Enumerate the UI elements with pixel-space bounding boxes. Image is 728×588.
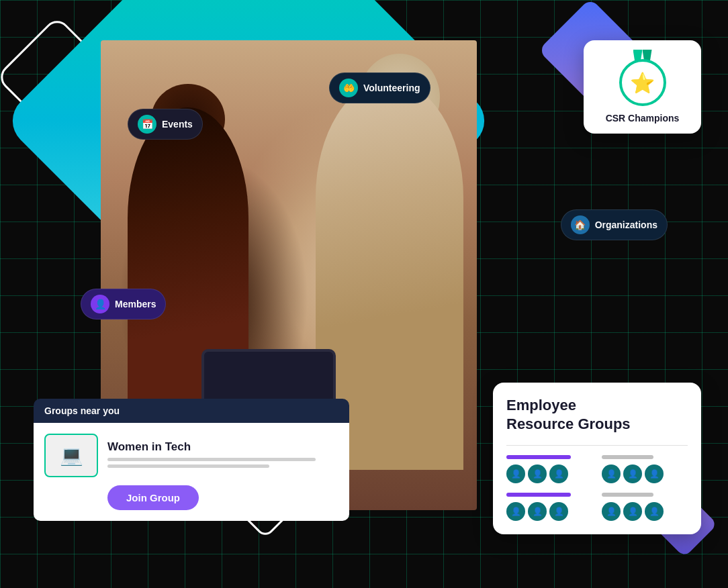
erg-avatar: 👤	[506, 464, 525, 483]
group-desc-line-1	[107, 458, 316, 461]
groups-header: Groups near you	[34, 399, 349, 423]
erg-title: EmployeeResource Groups	[506, 396, 688, 434]
erg-divider	[506, 445, 688, 446]
group-name: Women in Tech	[107, 440, 338, 454]
erg-avatar: 👤	[602, 502, 621, 521]
volunteering-icon: 🤲	[339, 79, 358, 97]
erg-avatar: 👤	[549, 502, 568, 521]
erg-avatar: 👤	[528, 464, 547, 483]
medal-star: ⭐	[630, 71, 655, 95]
csr-champions-card: ⭐ CSR Champions	[584, 40, 701, 134]
events-icon: 📅	[138, 115, 156, 134]
hero-teal-diamond	[1, 0, 495, 368]
events-label: Events	[162, 119, 193, 130]
erg-group-4: 👤 👤 👤	[602, 493, 688, 521]
group-desc-line-2	[107, 464, 269, 468]
volunteering-tag: 🤲 Volunteering	[329, 72, 430, 103]
erg-avatar: 👤	[528, 502, 547, 521]
members-tag: 👤 Members	[81, 289, 166, 320]
group-item: 💻 Women in Tech	[44, 434, 338, 477]
group-info: Women in Tech	[107, 440, 338, 471]
organizations-icon: 🏠	[571, 215, 590, 234]
events-tag: 📅 Events	[128, 109, 203, 140]
groups-body: 💻 Women in Tech Join Group	[34, 423, 349, 521]
volunteering-label: Volunteering	[363, 83, 420, 93]
erg-avatar: 👤	[602, 464, 621, 483]
erg-group-3: 👤 👤 👤	[506, 493, 592, 521]
erg-avatars-2: 👤 👤 👤	[602, 464, 688, 483]
join-group-button[interactable]: Join Group	[107, 485, 199, 510]
organizations-tag: 🏠 Organizations	[561, 209, 668, 240]
erg-avatar: 👤	[645, 464, 664, 483]
erg-avatars-4: 👤 👤 👤	[602, 502, 688, 521]
erg-bar-1	[506, 455, 571, 459]
erg-bar-3	[506, 493, 571, 497]
members-label: Members	[115, 299, 156, 309]
erg-card: EmployeeResource Groups 👤 👤 👤 👤 👤 👤	[493, 383, 701, 534]
erg-bar-4	[602, 493, 653, 497]
erg-group-1: 👤 👤 👤	[506, 455, 592, 483]
erg-avatar: 👤	[645, 502, 664, 521]
erg-group-2: 👤 👤 👤	[602, 455, 688, 483]
erg-grid: 👤 👤 👤 👤 👤 👤 👤 👤 👤	[506, 455, 688, 521]
groups-header-label: Groups near you	[44, 405, 120, 416]
erg-avatar: 👤	[549, 464, 568, 483]
erg-avatars-3: 👤 👤 👤	[506, 502, 592, 521]
members-icon: 👤	[91, 295, 109, 313]
laptop-icon: 💻	[60, 444, 83, 467]
groups-near-you-card: Groups near you 💻 Women in Tech Join Gro…	[34, 399, 349, 521]
medal-icon: ⭐	[619, 59, 666, 106]
scene-container: 📅 Events 🤲 Volunteering 👤 Members 🏠 Orga…	[0, 0, 728, 588]
group-logo: 💻	[44, 434, 98, 477]
organizations-label: Organizations	[595, 219, 657, 230]
csr-title: CSR Champions	[606, 113, 680, 124]
erg-avatar: 👤	[506, 502, 525, 521]
erg-avatars-1: 👤 👤 👤	[506, 464, 592, 483]
erg-avatar: 👤	[623, 502, 642, 521]
erg-bar-2	[602, 455, 653, 459]
erg-avatar: 👤	[623, 464, 642, 483]
